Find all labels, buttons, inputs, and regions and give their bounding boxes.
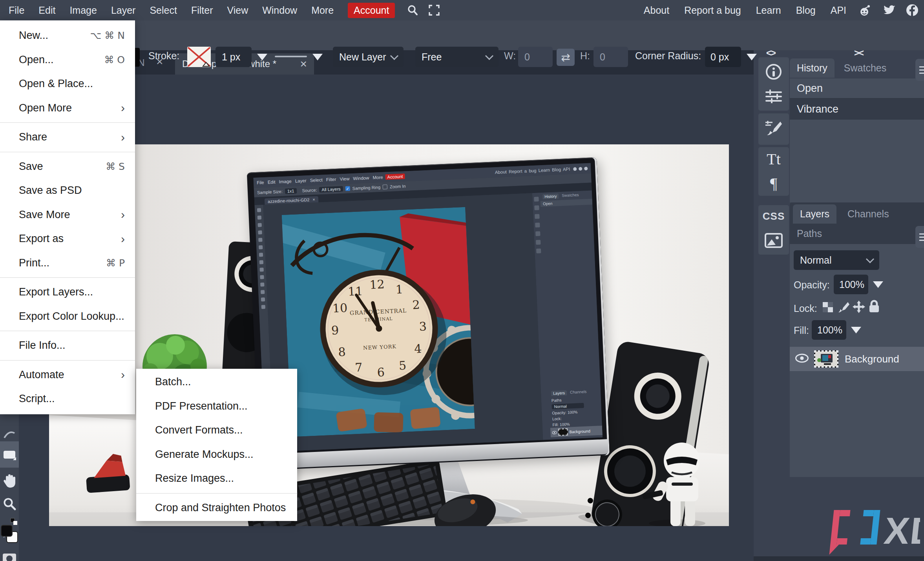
history-panel-menu-button[interactable] (915, 59, 924, 81)
lock-transparency-icon[interactable] (822, 301, 834, 315)
menu-layer[interactable]: Layer (111, 5, 136, 16)
history-entry-open[interactable]: Open (790, 78, 924, 99)
fill-input[interactable]: 100% (812, 320, 846, 340)
stroke-style-caret-icon[interactable] (312, 54, 323, 60)
menu-about[interactable]: About (644, 5, 669, 16)
menu-blog[interactable]: Blog (796, 5, 816, 16)
menu-api[interactable]: API (831, 5, 846, 16)
character-panel-icon[interactable]: Tt (767, 151, 781, 167)
stroke-style-select[interactable] (275, 56, 307, 57)
menu-item-open-more[interactable]: Open More › (0, 96, 135, 120)
lock-position-icon[interactable] (853, 301, 865, 315)
height-input[interactable]: 0 (593, 47, 628, 67)
stroke-width-input[interactable]: 1 px (215, 47, 252, 67)
menu-separator (0, 277, 135, 278)
quick-mask-button[interactable] (0, 550, 19, 561)
tab-layers[interactable]: Layers (793, 204, 836, 224)
menu-item-generate-mockups[interactable]: Generate Mockups... (136, 443, 297, 467)
css-panel-icon[interactable]: CSS (763, 210, 785, 222)
menu-item-open-and-place[interactable]: Open & Place... (0, 72, 135, 96)
menu-edit[interactable]: Edit (38, 5, 55, 16)
mode-select[interactable]: Free (415, 47, 499, 67)
menu-item-convert-formats[interactable]: Convert Formats... (136, 418, 297, 443)
menu-item-automate[interactable]: Automate › (0, 363, 135, 387)
mini-checkbox-checked: ✓ (345, 186, 350, 191)
layer-row-background[interactable]: Background (790, 347, 924, 371)
svg-text:8: 8 (338, 345, 346, 359)
menu-file[interactable]: File (9, 5, 24, 16)
lock-paint-icon[interactable] (838, 301, 849, 315)
menu-item-script[interactable]: Script... (0, 387, 135, 411)
menu-item-pdf-presentation[interactable]: PDF Presentation... (136, 394, 297, 419)
lock-all-icon[interactable] (868, 300, 880, 315)
info-icon[interactable] (765, 63, 782, 82)
menu-item-export-layers[interactable]: Export Layers... (0, 280, 135, 304)
twitter-icon[interactable] (883, 5, 896, 16)
opacity-input[interactable]: 100% (834, 275, 868, 294)
menu-item-save-as-psd[interactable]: Save as PSD (0, 178, 135, 203)
menu-item-new[interactable]: New... ⌥ ⌘ N (0, 24, 135, 48)
menu-item-crop-and-straighten[interactable]: Crop and Straighten Photos (136, 496, 297, 520)
menu-item-batch[interactable]: Batch... (136, 370, 297, 394)
menu-select[interactable]: Select (150, 5, 177, 16)
stroke-swatch[interactable] (187, 47, 211, 67)
tab-swatches[interactable]: Swatches (837, 58, 893, 78)
zoom-tool-button[interactable] (0, 493, 19, 515)
width-input[interactable]: 0 (518, 47, 553, 67)
stroke-width-caret-icon[interactable] (257, 54, 267, 60)
menu-report-a-bug[interactable]: Report a bug (684, 5, 741, 16)
fullscreen-icon[interactable] (429, 5, 440, 16)
dock-bottom-strip (754, 556, 924, 561)
active-tab-close-icon[interactable]: × (300, 58, 307, 70)
account-button[interactable]: Account (348, 3, 395, 18)
swap-wh-button[interactable]: ⇄ (557, 49, 575, 66)
xda-watermark: XDA (820, 505, 920, 559)
menu-learn[interactable]: Learn (756, 5, 781, 16)
image-assets-icon[interactable] (765, 233, 783, 250)
menu-item-print[interactable]: Print... ⌘ P (0, 251, 135, 275)
menu-view[interactable]: View (227, 5, 248, 16)
menu-image[interactable]: Image (69, 5, 97, 16)
menu-item-export-color-lookup[interactable]: Export Color Lookup... (0, 304, 135, 329)
menu-item-save[interactable]: Save ⌘ S (0, 155, 135, 179)
partial-tool-icon[interactable] (0, 428, 19, 440)
layers-panel: Layers Channels Paths Normal Opacity: 10… (790, 202, 924, 477)
adjustments-icon[interactable] (765, 89, 783, 105)
mini-canvas: 12 1 2 3 4 5 6 7 8 (263, 193, 543, 452)
search-icon[interactable] (407, 4, 418, 16)
tab-channels[interactable]: Channels (840, 204, 896, 224)
svg-text:5: 5 (398, 359, 407, 373)
fill-caret-icon[interactable] (851, 327, 861, 333)
menu-window[interactable]: Window (262, 5, 297, 16)
panel-icons-group-2 (758, 113, 789, 145)
history-entry-vibrance[interactable]: Vibrance (790, 99, 924, 120)
menu-item-file-info[interactable]: File Info... (0, 333, 135, 358)
paragraph-panel-icon[interactable]: ¶ (770, 176, 777, 191)
menu-more[interactable]: More (311, 5, 334, 16)
menu-item-save-more[interactable]: Save More › (0, 203, 135, 227)
menu-item-resize-images[interactable]: Resize Images... (136, 466, 297, 491)
menu-item-open[interactable]: Open... ⌘ O (0, 48, 135, 72)
new-layer-select[interactable]: New Layer (333, 47, 404, 67)
layer-visibility-eye-icon[interactable] (795, 353, 809, 364)
layers-panel-menu-button[interactable] (915, 226, 924, 248)
menu-filter[interactable]: Filter (191, 5, 213, 16)
menu-item-export-as[interactable]: Export as › (0, 227, 135, 251)
tab-history[interactable]: History (790, 58, 835, 78)
tool-options-bar: Stroke: 1 px New Layer Free W: 0 ⇄ H: 0 … (0, 20, 924, 50)
menubar: File Edit Image Layer Select Filter View… (0, 0, 924, 20)
corner-radius-input[interactable]: 0 px (705, 47, 741, 67)
corner-radius-caret-icon[interactable] (747, 54, 757, 60)
opacity-caret-icon[interactable] (873, 281, 883, 288)
reddit-icon[interactable] (858, 4, 871, 16)
foreground-background-swatches[interactable] (0, 517, 19, 549)
blend-mode-select[interactable]: Normal (794, 250, 879, 270)
facebook-icon[interactable] (906, 4, 919, 16)
layer-thumbnail[interactable] (814, 350, 838, 368)
rectangle-tool-button[interactable] (0, 441, 19, 468)
brush-settings-icon[interactable] (765, 119, 783, 139)
xda-right-bracket (860, 510, 880, 545)
hand-tool-button[interactable] (0, 469, 19, 492)
tab-paths[interactable]: Paths (790, 228, 829, 242)
menu-item-share[interactable]: Share › (0, 125, 135, 149)
